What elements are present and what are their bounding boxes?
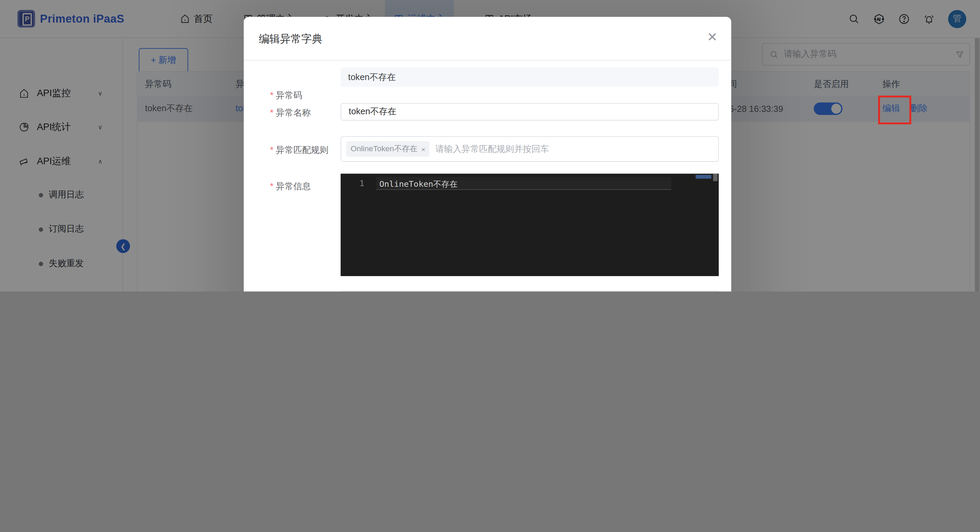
close-icon[interactable]: ✕: [707, 29, 718, 44]
dialog-title: 编辑异常字典: [259, 32, 323, 46]
minimap: [695, 175, 711, 179]
dialog-header: 编辑异常字典 ✕: [244, 17, 731, 60]
edit-exception-dialog: 编辑异常字典 ✕ 异常码 token不存在 异常名称 token不存在 异常匹配…: [244, 17, 731, 292]
code-editor[interactable]: 1 OnlineToken不存在: [340, 174, 719, 276]
editor-scrollbar-thumb[interactable]: [713, 174, 718, 181]
line-number: 1: [360, 179, 364, 188]
field-label-name: 异常名称: [270, 107, 311, 119]
tag-remove-icon[interactable]: ×: [422, 145, 425, 153]
code-line: OnlineToken不存在: [379, 179, 457, 190]
field-label-rule: 异常匹配规则: [270, 145, 328, 156]
field-label-code: 异常码: [270, 90, 302, 101]
annotation-highlight-box: [878, 95, 911, 124]
field-label-info: 异常信息: [270, 181, 311, 193]
name-input[interactable]: token不存在: [340, 103, 719, 121]
rule-tag: OnlineToken不存在 ×: [347, 141, 430, 157]
app-root: P Primeton iPaaS 首页 管理中心 开发中心 运维中心 API市场…: [0, 0, 980, 292]
rule-placeholder: 请输入异常匹配规则并按回车: [435, 143, 549, 155]
rule-input[interactable]: OnlineToken不存在 × 请输入异常匹配规则并按回车: [340, 136, 719, 162]
reason-input[interactable]: 请求头中没有携带OnlineToken: [340, 291, 719, 292]
rule-tag-text: OnlineToken不存在: [350, 144, 417, 154]
code-input: token不存在: [340, 67, 719, 87]
